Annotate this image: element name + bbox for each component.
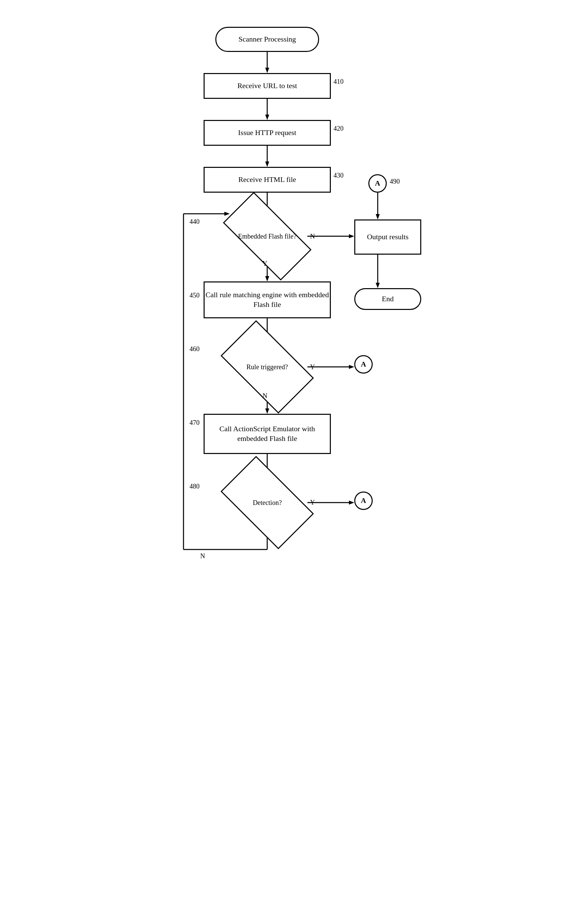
connector-a-480-label: A xyxy=(361,496,366,505)
connector-a-top-label: A xyxy=(375,178,380,188)
svg-marker-3 xyxy=(265,115,269,120)
box-410: Receive URL to test xyxy=(204,73,331,99)
connector-a-460-label: A xyxy=(361,359,366,369)
box-490-label: Output results xyxy=(367,232,409,242)
flowchart-diagram: Scanner Processing Receive URL to test 4… xyxy=(163,13,425,884)
label-460-y: Y xyxy=(310,363,315,371)
end-node: End xyxy=(354,288,421,310)
ref-410: 410 xyxy=(333,78,344,86)
label-480-n: N xyxy=(200,552,205,560)
svg-marker-11 xyxy=(349,234,354,238)
box-410-label: Receive URL to test xyxy=(237,81,297,91)
label-480-y: Y xyxy=(310,499,315,506)
start-node: Scanner Processing xyxy=(215,27,319,52)
svg-marker-17 xyxy=(265,408,269,414)
connector-a-top: A xyxy=(368,174,387,193)
connector-a-480: A xyxy=(354,492,373,510)
svg-marker-5 xyxy=(265,162,269,167)
ref-430: 430 xyxy=(333,172,344,179)
svg-marker-26 xyxy=(225,212,230,216)
svg-marker-28 xyxy=(376,283,380,288)
box-450-label: Call rule matching engine with embedded … xyxy=(205,290,330,309)
ref-450: 450 xyxy=(189,291,200,299)
label-440-y: Y xyxy=(263,260,267,267)
svg-marker-9 xyxy=(265,276,269,282)
svg-marker-1 xyxy=(265,68,269,73)
end-label: End xyxy=(382,294,393,304)
ref-470: 470 xyxy=(189,419,200,426)
label-440-n: N xyxy=(310,233,315,240)
start-label: Scanner Processing xyxy=(238,34,296,44)
diamond-460-label: Rule triggered? xyxy=(246,363,288,371)
ref-490: 490 xyxy=(390,178,400,185)
ref-480: 480 xyxy=(189,483,200,490)
ref-420: 420 xyxy=(333,125,344,132)
connector-a-460: A xyxy=(354,355,373,374)
box-420-label: Issue HTTP request xyxy=(238,128,296,138)
box-430-label: Receive HTML file xyxy=(238,175,296,185)
ref-440: 440 xyxy=(189,218,200,225)
svg-marker-15 xyxy=(349,365,354,369)
diamond-480-label: Detection? xyxy=(253,498,282,507)
box-430: Receive HTML file xyxy=(204,167,331,193)
box-420: Issue HTTP request xyxy=(204,120,331,146)
svg-marker-21 xyxy=(349,500,354,505)
box-470: Call ActionScript Emulator with embedded… xyxy=(204,414,331,454)
svg-marker-30 xyxy=(376,214,380,219)
box-450: Call rule matching engine with embedded … xyxy=(204,282,331,318)
box-490: Output results xyxy=(354,219,421,255)
diamond-440-label: Embedded Flash file? xyxy=(238,232,296,241)
label-460-n: N xyxy=(263,392,267,400)
box-470-label: Call ActionScript Emulator with embedded… xyxy=(205,424,330,443)
ref-460: 460 xyxy=(189,345,200,353)
